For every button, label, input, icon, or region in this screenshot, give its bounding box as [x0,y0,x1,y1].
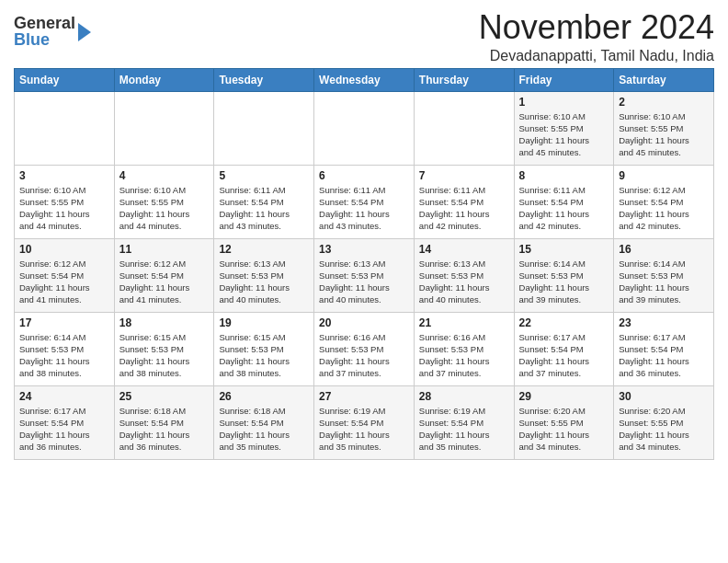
calendar-day-cell: 26Sunrise: 6:18 AM Sunset: 5:54 PM Dayli… [214,385,314,459]
calendar-day-cell [214,91,314,165]
day-number: 1 [519,96,609,109]
day-number: 16 [619,243,709,256]
calendar-day-cell: 27Sunrise: 6:19 AM Sunset: 5:54 PM Dayli… [314,385,415,459]
day-number: 14 [419,243,509,256]
day-info: Sunrise: 6:11 AM Sunset: 5:54 PM Dayligh… [219,184,309,233]
day-number: 3 [19,169,109,182]
calendar-day-cell: 28Sunrise: 6:19 AM Sunset: 5:54 PM Dayli… [414,385,514,459]
calendar-day-cell: 23Sunrise: 6:17 AM Sunset: 5:54 PM Dayli… [614,312,714,385]
day-info: Sunrise: 6:18 AM Sunset: 5:54 PM Dayligh… [119,405,210,454]
day-info: Sunrise: 6:10 AM Sunset: 5:55 PM Dayligh… [119,184,210,233]
calendar-day-cell [314,91,415,165]
weekday-header: Thursday [414,68,514,91]
weekday-header: Friday [514,68,614,91]
day-info: Sunrise: 6:17 AM Sunset: 5:54 PM Dayligh… [619,331,709,380]
logo-icon [78,23,91,41]
day-number: 29 [519,390,609,403]
page-header: General Blue November 2024 Devadanappatt… [14,9,714,64]
month-title: November 2024 [479,9,714,46]
calendar-week-row: 24Sunrise: 6:17 AM Sunset: 5:54 PM Dayli… [15,385,714,459]
calendar-week-row: 3Sunrise: 6:10 AM Sunset: 5:55 PM Daylig… [15,165,714,238]
calendar-day-cell: 11Sunrise: 6:12 AM Sunset: 5:54 PM Dayli… [114,238,214,312]
calendar-week-row: 10Sunrise: 6:12 AM Sunset: 5:54 PM Dayli… [15,238,714,312]
day-info: Sunrise: 6:15 AM Sunset: 5:53 PM Dayligh… [219,331,309,380]
day-number: 15 [519,243,609,256]
calendar-table: SundayMondayTuesdayWednesdayThursdayFrid… [14,68,714,460]
day-info: Sunrise: 6:11 AM Sunset: 5:54 PM Dayligh… [319,184,409,233]
logo-general: General [14,15,75,31]
day-number: 18 [119,316,210,329]
calendar-day-cell: 3Sunrise: 6:10 AM Sunset: 5:55 PM Daylig… [15,165,115,238]
calendar-day-cell: 7Sunrise: 6:11 AM Sunset: 5:54 PM Daylig… [414,165,514,238]
calendar-day-cell: 1Sunrise: 6:10 AM Sunset: 5:55 PM Daylig… [514,91,614,165]
day-info: Sunrise: 6:16 AM Sunset: 5:53 PM Dayligh… [319,331,409,380]
day-number: 28 [419,390,509,403]
day-info: Sunrise: 6:13 AM Sunset: 5:53 PM Dayligh… [419,258,509,306]
calendar-day-cell: 2Sunrise: 6:10 AM Sunset: 5:55 PM Daylig… [614,91,714,165]
calendar-day-cell: 4Sunrise: 6:10 AM Sunset: 5:55 PM Daylig… [114,165,214,238]
calendar-day-cell: 20Sunrise: 6:16 AM Sunset: 5:53 PM Dayli… [314,312,415,385]
calendar-day-cell: 25Sunrise: 6:18 AM Sunset: 5:54 PM Dayli… [114,385,214,459]
day-info: Sunrise: 6:15 AM Sunset: 5:53 PM Dayligh… [119,331,210,380]
logo-blue: Blue [14,31,75,48]
day-number: 19 [219,316,309,329]
day-number: 27 [319,390,409,403]
weekday-header: Wednesday [314,68,415,91]
day-info: Sunrise: 6:20 AM Sunset: 5:55 PM Dayligh… [619,405,709,454]
calendar-day-cell [414,91,514,165]
weekday-header: Tuesday [214,68,314,91]
calendar-week-row: 1Sunrise: 6:10 AM Sunset: 5:55 PM Daylig… [15,91,714,165]
day-number: 22 [519,316,609,329]
day-info: Sunrise: 6:12 AM Sunset: 5:54 PM Dayligh… [619,184,709,233]
calendar-day-cell: 9Sunrise: 6:12 AM Sunset: 5:54 PM Daylig… [614,165,714,238]
day-info: Sunrise: 6:10 AM Sunset: 5:55 PM Dayligh… [19,184,109,233]
day-number: 13 [319,243,409,256]
day-number: 5 [219,169,309,182]
calendar-day-cell: 6Sunrise: 6:11 AM Sunset: 5:54 PM Daylig… [314,165,415,238]
calendar-day-cell: 15Sunrise: 6:14 AM Sunset: 5:53 PM Dayli… [514,238,614,312]
day-number: 10 [19,243,109,256]
day-number: 24 [19,390,109,403]
calendar-day-cell: 30Sunrise: 6:20 AM Sunset: 5:55 PM Dayli… [614,385,714,459]
calendar-week-row: 17Sunrise: 6:14 AM Sunset: 5:53 PM Dayli… [15,312,714,385]
day-number: 21 [419,316,509,329]
calendar-day-cell: 22Sunrise: 6:17 AM Sunset: 5:54 PM Dayli… [514,312,614,385]
day-number: 20 [319,316,409,329]
calendar-day-cell: 13Sunrise: 6:13 AM Sunset: 5:53 PM Dayli… [314,238,415,312]
day-info: Sunrise: 6:19 AM Sunset: 5:54 PM Dayligh… [319,405,409,454]
day-number: 26 [219,390,309,403]
calendar-day-cell: 8Sunrise: 6:11 AM Sunset: 5:54 PM Daylig… [514,165,614,238]
day-info: Sunrise: 6:14 AM Sunset: 5:53 PM Dayligh… [19,331,109,380]
calendar-header: SundayMondayTuesdayWednesdayThursdayFrid… [15,68,714,91]
day-info: Sunrise: 6:11 AM Sunset: 5:54 PM Dayligh… [519,184,609,233]
calendar-day-cell: 29Sunrise: 6:20 AM Sunset: 5:55 PM Dayli… [514,385,614,459]
day-info: Sunrise: 6:14 AM Sunset: 5:53 PM Dayligh… [519,258,609,306]
day-number: 17 [19,316,109,329]
day-info: Sunrise: 6:13 AM Sunset: 5:53 PM Dayligh… [319,258,409,306]
location-title: Devadanappatti, Tamil Nadu, India [479,48,714,64]
day-number: 12 [219,243,309,256]
day-info: Sunrise: 6:10 AM Sunset: 5:55 PM Dayligh… [619,110,709,159]
calendar-day-cell [114,91,214,165]
day-number: 23 [619,316,709,329]
day-info: Sunrise: 6:13 AM Sunset: 5:53 PM Dayligh… [219,258,309,306]
day-number: 6 [319,169,409,182]
day-info: Sunrise: 6:16 AM Sunset: 5:53 PM Dayligh… [419,331,509,380]
day-info: Sunrise: 6:14 AM Sunset: 5:53 PM Dayligh… [619,258,709,306]
day-info: Sunrise: 6:17 AM Sunset: 5:54 PM Dayligh… [519,331,609,380]
day-info: Sunrise: 6:10 AM Sunset: 5:55 PM Dayligh… [519,110,609,159]
day-number: 2 [619,96,709,109]
day-number: 7 [419,169,509,182]
weekday-header: Sunday [15,68,115,91]
day-number: 25 [119,390,210,403]
day-number: 30 [619,390,709,403]
calendar-day-cell: 5Sunrise: 6:11 AM Sunset: 5:54 PM Daylig… [214,165,314,238]
logo: General Blue [14,9,91,48]
day-info: Sunrise: 6:19 AM Sunset: 5:54 PM Dayligh… [419,405,509,454]
calendar-day-cell: 12Sunrise: 6:13 AM Sunset: 5:53 PM Dayli… [214,238,314,312]
day-number: 9 [619,169,709,182]
weekday-header: Saturday [614,68,714,91]
day-info: Sunrise: 6:12 AM Sunset: 5:54 PM Dayligh… [119,258,210,306]
day-number: 4 [119,169,210,182]
day-info: Sunrise: 6:12 AM Sunset: 5:54 PM Dayligh… [19,258,109,306]
